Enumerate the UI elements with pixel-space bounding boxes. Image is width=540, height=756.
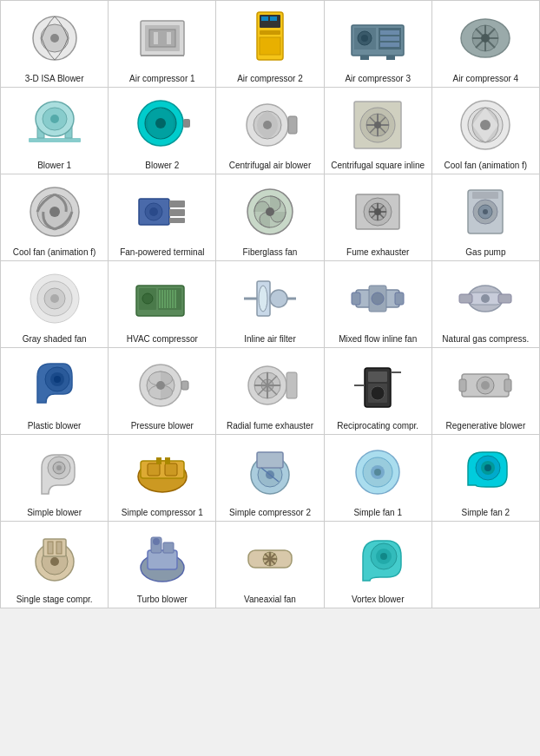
svg-point-96	[142, 293, 153, 304]
svg-rect-80	[472, 192, 498, 199]
svg-rect-162	[48, 542, 53, 554]
icon-image	[110, 352, 214, 418]
icon-cell[interactable]: Simple fan 1	[325, 435, 432, 522]
svg-point-130	[371, 386, 385, 400]
icon-cell[interactable]: Gas pump	[432, 174, 540, 261]
icon-label: Gas pump	[434, 247, 537, 257]
svg-point-117	[156, 381, 165, 390]
icon-cell[interactable]: Regenerative blower	[432, 348, 540, 435]
icon-cell[interactable]: Air compressor 4	[432, 1, 540, 88]
icon-cell[interactable]: Vortex blower	[325, 522, 432, 608]
svg-rect-63	[169, 201, 185, 207]
icon-label: Blower 2	[110, 161, 214, 170]
svg-point-81	[483, 209, 488, 214]
icon-label: Vaneaxial fan	[218, 595, 321, 604]
svg-point-37	[50, 115, 59, 123]
svg-rect-169	[163, 542, 174, 553]
icon-cell[interactable]: Radial fume exhauster	[216, 348, 324, 435]
svg-rect-21	[380, 36, 399, 41]
svg-rect-128	[368, 371, 387, 382]
svg-point-155	[374, 469, 381, 476]
svg-rect-64	[169, 209, 185, 216]
icon-image	[218, 438, 321, 505]
icon-label: Pressure blower	[110, 421, 214, 431]
icon-label: Blower 1	[3, 161, 106, 170]
svg-point-114	[54, 376, 61, 383]
icon-image	[110, 4, 214, 71]
svg-point-164	[50, 557, 59, 566]
icon-cell[interactable]: Inline air filter	[216, 261, 324, 348]
svg-point-56	[480, 120, 491, 130]
icon-label: Mixed flow inline fan	[326, 334, 430, 344]
icon-cell[interactable]: Reciprocating compr.	[325, 348, 432, 435]
icon-cell[interactable]: Simple fan 2	[432, 435, 540, 522]
icon-cell[interactable]: Fiberglass fan	[216, 174, 324, 261]
svg-rect-22	[380, 43, 399, 47]
icon-image	[434, 438, 537, 505]
icon-label: Turbo blower	[110, 595, 214, 604]
icon-cell[interactable]: Mixed flow inline fan	[325, 261, 432, 348]
svg-rect-136	[459, 379, 466, 391]
icon-cell[interactable]: Natural gas compress.	[432, 261, 540, 348]
icon-cell[interactable]: Cool fan (animation f)	[432, 88, 540, 174]
svg-rect-65	[169, 218, 185, 223]
svg-rect-41	[183, 119, 190, 128]
icon-cell[interactable]: Vaneaxial fan	[216, 522, 324, 608]
icon-image	[434, 352, 537, 418]
icon-cell[interactable]: Air compressor 2	[216, 1, 324, 88]
svg-point-44	[263, 121, 272, 129]
icon-image	[218, 352, 321, 418]
svg-rect-109	[459, 294, 472, 303]
icon-label: Air compressor 4	[434, 74, 537, 83]
svg-point-85	[50, 294, 59, 303]
svg-rect-110	[498, 294, 511, 303]
icon-cell[interactable]: Turbo blower	[109, 522, 216, 608]
icon-cell[interactable]: Blower 2	[109, 88, 216, 174]
icon-cell[interactable]: Fan-powered terminal	[109, 174, 216, 261]
icon-image	[326, 178, 430, 245]
icon-image	[3, 4, 106, 71]
svg-point-68	[266, 207, 274, 216]
svg-rect-144	[165, 463, 177, 476]
icon-image	[326, 352, 430, 418]
icon-label: Centrifugal square inline	[326, 161, 430, 170]
icon-label: Cool fan (animation f)	[434, 161, 537, 170]
icon-cell[interactable]: Simple compressor 2	[216, 435, 324, 522]
svg-rect-143	[148, 463, 160, 476]
icon-label: Air compressor 1	[110, 74, 214, 83]
icon-label: 3-D ISA Blower	[3, 74, 106, 83]
icon-cell[interactable]: Single stage compr.	[1, 522, 109, 608]
icon-image	[3, 352, 106, 418]
svg-rect-45	[288, 116, 297, 134]
icon-label: Air compressor 3	[326, 74, 430, 83]
icon-image	[218, 525, 321, 592]
icon-cell[interactable]: HVAC compressor	[109, 261, 216, 348]
icon-image	[3, 91, 106, 158]
icon-label: Reciprocating compr.	[326, 421, 430, 431]
svg-rect-163	[56, 542, 62, 554]
icon-cell[interactable]: Simple compressor 1	[109, 435, 216, 522]
icon-cell[interactable]: Plastic blower	[1, 348, 109, 435]
icon-image	[218, 178, 321, 245]
icon-cell[interactable]: Cool fan (animation f)	[1, 174, 109, 261]
icon-cell[interactable]: Pressure blower	[109, 348, 216, 435]
icon-cell[interactable]: Centrifugal air blower	[216, 88, 324, 174]
svg-rect-13	[260, 30, 280, 35]
svg-rect-23	[360, 56, 369, 60]
icon-image	[110, 525, 214, 592]
icon-image	[110, 178, 214, 245]
icon-cell[interactable]: Gray shaded fan	[1, 261, 109, 348]
icon-cell[interactable]: 3-D ISA Blower	[1, 1, 109, 88]
icon-cell[interactable]: Air compressor 3	[325, 1, 432, 88]
icon-image	[3, 178, 106, 245]
icon-cell[interactable]: Blower 1	[1, 88, 109, 174]
svg-rect-24	[386, 56, 395, 60]
icon-cell[interactable]: Centrifugal square inline	[325, 88, 432, 174]
svg-rect-7	[167, 32, 171, 44]
icon-cell[interactable]: Air compressor 1	[109, 1, 216, 88]
icon-cell[interactable]: Fume exhauster	[325, 174, 432, 261]
icon-label: Gray shaded fan	[3, 334, 106, 344]
icon-image	[110, 438, 214, 505]
icon-label: Radial fume exhauster	[218, 421, 321, 431]
icon-cell[interactable]: Simple blower	[1, 435, 109, 522]
